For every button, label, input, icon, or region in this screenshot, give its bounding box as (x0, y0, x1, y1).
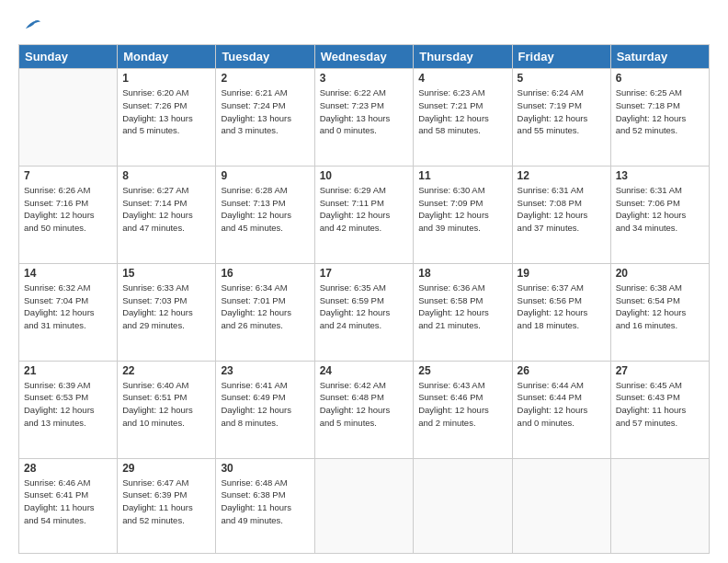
day-info: Sunrise: 6:43 AMSunset: 6:46 PMDaylight:… (418, 379, 506, 430)
day-info: Sunrise: 6:35 AMSunset: 6:59 PMDaylight:… (320, 282, 409, 332)
day-info: Sunrise: 6:21 AMSunset: 7:24 PMDaylight:… (221, 86, 309, 137)
day-info: Sunrise: 6:23 AMSunset: 7:21 PMDaylight:… (418, 86, 506, 137)
day-info: Sunrise: 6:31 AMSunset: 7:06 PMDaylight:… (616, 184, 704, 235)
day-info: Sunrise: 6:31 AMSunset: 7:08 PMDaylight:… (518, 184, 606, 235)
day-info: Sunrise: 6:26 AMSunset: 7:16 PMDaylight:… (24, 184, 112, 235)
calendar-cell: 8Sunrise: 6:27 AMSunset: 7:14 PMDaylight… (118, 166, 216, 263)
day-number: 14 (24, 267, 112, 280)
calendar-table: SundayMondayTuesdayWednesdayThursdayFrid… (18, 44, 710, 554)
calendar-week-0: 1Sunrise: 6:20 AMSunset: 7:26 PMDaylight… (19, 69, 710, 167)
calendar-header-sunday: Sunday (19, 45, 118, 69)
day-info: Sunrise: 6:45 AMSunset: 6:43 PMDaylight:… (616, 379, 704, 430)
day-number: 7 (24, 169, 112, 182)
calendar-cell: 25Sunrise: 6:43 AMSunset: 6:46 PMDayligh… (414, 361, 512, 458)
calendar-cell: 27Sunrise: 6:45 AMSunset: 6:43 PMDayligh… (610, 361, 709, 458)
day-info: Sunrise: 6:38 AMSunset: 6:54 PMDaylight:… (616, 282, 704, 332)
calendar-cell: 1Sunrise: 6:20 AMSunset: 7:26 PMDaylight… (118, 69, 216, 167)
day-number: 13 (616, 169, 704, 182)
calendar-week-2: 14Sunrise: 6:32 AMSunset: 7:04 PMDayligh… (19, 263, 710, 361)
day-info: Sunrise: 6:22 AMSunset: 7:23 PMDaylight:… (320, 86, 409, 137)
day-number: 18 (418, 267, 506, 280)
day-info: Sunrise: 6:46 AMSunset: 6:41 PMDaylight:… (24, 477, 112, 527)
day-number: 15 (122, 267, 210, 280)
calendar-cell: 5Sunrise: 6:24 AMSunset: 7:19 PMDaylight… (512, 69, 610, 167)
day-number: 25 (418, 364, 506, 377)
calendar-cell: 18Sunrise: 6:36 AMSunset: 6:58 PMDayligh… (414, 263, 512, 361)
day-info: Sunrise: 6:25 AMSunset: 7:18 PMDaylight:… (616, 86, 704, 137)
day-info: Sunrise: 6:27 AMSunset: 7:14 PMDaylight:… (122, 184, 210, 235)
calendar-cell: 17Sunrise: 6:35 AMSunset: 6:59 PMDayligh… (314, 263, 414, 361)
page: SundayMondayTuesdayWednesdayThursdayFrid… (0, 0, 728, 563)
logo (18, 17, 40, 37)
day-info: Sunrise: 6:39 AMSunset: 6:53 PMDaylight:… (24, 379, 112, 430)
calendar-cell: 15Sunrise: 6:33 AMSunset: 7:03 PMDayligh… (118, 263, 216, 361)
day-info: Sunrise: 6:44 AMSunset: 6:44 PMDaylight:… (518, 379, 606, 430)
day-number: 27 (616, 364, 704, 377)
calendar-cell: 30Sunrise: 6:48 AMSunset: 6:38 PMDayligh… (216, 458, 314, 553)
day-number: 29 (122, 462, 210, 475)
day-number: 5 (518, 72, 606, 85)
calendar-cell: 23Sunrise: 6:41 AMSunset: 6:49 PMDayligh… (216, 361, 314, 458)
day-info: Sunrise: 6:28 AMSunset: 7:13 PMDaylight:… (221, 184, 309, 235)
logo-bird-icon (20, 17, 40, 37)
day-info: Sunrise: 6:29 AMSunset: 7:11 PMDaylight:… (320, 184, 409, 235)
calendar-cell: 10Sunrise: 6:29 AMSunset: 7:11 PMDayligh… (314, 166, 414, 263)
day-info: Sunrise: 6:37 AMSunset: 6:56 PMDaylight:… (518, 282, 606, 332)
calendar-header-friday: Friday (512, 45, 610, 69)
day-number: 16 (221, 267, 309, 280)
calendar-cell (19, 69, 118, 167)
day-info: Sunrise: 6:30 AMSunset: 7:09 PMDaylight:… (418, 184, 506, 235)
calendar-cell: 9Sunrise: 6:28 AMSunset: 7:13 PMDaylight… (216, 166, 314, 263)
calendar-cell: 11Sunrise: 6:30 AMSunset: 7:09 PMDayligh… (414, 166, 512, 263)
day-number: 24 (320, 364, 409, 377)
calendar-cell (314, 458, 414, 553)
calendar-cell: 2Sunrise: 6:21 AMSunset: 7:24 PMDaylight… (216, 69, 314, 167)
day-number: 22 (122, 364, 210, 377)
calendar-week-4: 28Sunrise: 6:46 AMSunset: 6:41 PMDayligh… (19, 458, 710, 553)
day-number: 6 (616, 72, 704, 85)
day-number: 17 (320, 267, 409, 280)
calendar-header-row: SundayMondayTuesdayWednesdayThursdayFrid… (19, 45, 710, 69)
day-info: Sunrise: 6:48 AMSunset: 6:38 PMDaylight:… (221, 477, 309, 527)
day-info: Sunrise: 6:34 AMSunset: 7:01 PMDaylight:… (221, 282, 309, 332)
calendar-cell (610, 458, 709, 553)
day-number: 28 (24, 462, 112, 475)
day-number: 4 (418, 72, 506, 85)
header (18, 17, 710, 37)
day-number: 21 (24, 364, 112, 377)
calendar-cell: 14Sunrise: 6:32 AMSunset: 7:04 PMDayligh… (19, 263, 118, 361)
calendar-week-3: 21Sunrise: 6:39 AMSunset: 6:53 PMDayligh… (19, 361, 710, 458)
calendar-header-saturday: Saturday (610, 45, 709, 69)
day-number: 19 (518, 267, 606, 280)
calendar-cell (512, 458, 610, 553)
calendar-cell: 20Sunrise: 6:38 AMSunset: 6:54 PMDayligh… (610, 263, 709, 361)
calendar-cell (414, 458, 512, 553)
calendar-cell: 29Sunrise: 6:47 AMSunset: 6:39 PMDayligh… (118, 458, 216, 553)
day-number: 12 (518, 169, 606, 182)
calendar-header-wednesday: Wednesday (314, 45, 414, 69)
day-info: Sunrise: 6:20 AMSunset: 7:26 PMDaylight:… (122, 86, 210, 137)
day-number: 8 (122, 169, 210, 182)
calendar-cell: 19Sunrise: 6:37 AMSunset: 6:56 PMDayligh… (512, 263, 610, 361)
day-info: Sunrise: 6:47 AMSunset: 6:39 PMDaylight:… (122, 477, 210, 527)
day-info: Sunrise: 6:40 AMSunset: 6:51 PMDaylight:… (122, 379, 210, 430)
calendar-cell: 16Sunrise: 6:34 AMSunset: 7:01 PMDayligh… (216, 263, 314, 361)
calendar-cell: 6Sunrise: 6:25 AMSunset: 7:18 PMDaylight… (610, 69, 709, 167)
day-number: 1 (122, 72, 210, 85)
day-number: 3 (320, 72, 409, 85)
day-info: Sunrise: 6:32 AMSunset: 7:04 PMDaylight:… (24, 282, 112, 332)
calendar-cell: 26Sunrise: 6:44 AMSunset: 6:44 PMDayligh… (512, 361, 610, 458)
calendar-cell: 3Sunrise: 6:22 AMSunset: 7:23 PMDaylight… (314, 69, 414, 167)
day-info: Sunrise: 6:36 AMSunset: 6:58 PMDaylight:… (418, 282, 506, 332)
calendar-cell: 4Sunrise: 6:23 AMSunset: 7:21 PMDaylight… (414, 69, 512, 167)
calendar-header-monday: Monday (118, 45, 216, 69)
calendar-cell: 22Sunrise: 6:40 AMSunset: 6:51 PMDayligh… (118, 361, 216, 458)
day-number: 30 (221, 462, 309, 475)
calendar-week-1: 7Sunrise: 6:26 AMSunset: 7:16 PMDaylight… (19, 166, 710, 263)
day-info: Sunrise: 6:33 AMSunset: 7:03 PMDaylight:… (122, 282, 210, 332)
day-info: Sunrise: 6:42 AMSunset: 6:48 PMDaylight:… (320, 379, 409, 430)
day-number: 10 (320, 169, 409, 182)
day-number: 26 (518, 364, 606, 377)
day-info: Sunrise: 6:24 AMSunset: 7:19 PMDaylight:… (518, 86, 606, 137)
calendar-cell: 12Sunrise: 6:31 AMSunset: 7:08 PMDayligh… (512, 166, 610, 263)
